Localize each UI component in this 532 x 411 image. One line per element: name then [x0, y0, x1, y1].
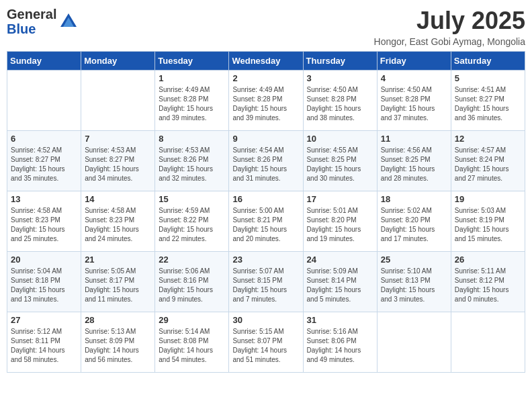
day-number: 5	[455, 73, 521, 83]
day-number: 28	[85, 315, 151, 325]
weekday-header-thursday: Thursday	[303, 52, 377, 71]
logo-general-text: General	[7, 7, 56, 21]
logo-icon	[59, 12, 78, 31]
day-number: 19	[455, 194, 521, 204]
day-number: 1	[159, 73, 225, 83]
day-number: 31	[307, 315, 373, 325]
day-info: Sunrise: 5:16 AMSunset: 8:06 PMDaylight:…	[307, 327, 373, 365]
day-number: 21	[85, 255, 151, 265]
day-info: Sunrise: 4:53 AMSunset: 8:26 PMDaylight:…	[159, 146, 225, 183]
day-info: Sunrise: 4:50 AMSunset: 8:28 PMDaylight:…	[381, 85, 447, 123]
day-number: 12	[455, 134, 521, 144]
calendar-cell: 6Sunrise: 4:52 AMSunset: 8:27 PMDaylight…	[7, 131, 81, 191]
day-number: 18	[381, 194, 447, 204]
day-info: Sunrise: 5:07 AMSunset: 8:15 PMDaylight:…	[232, 267, 299, 304]
calendar-cell	[451, 312, 525, 373]
calendar-cell: 14Sunrise: 4:58 AMSunset: 8:23 PMDayligh…	[81, 191, 155, 252]
weekday-header-wednesday: Wednesday	[229, 52, 303, 71]
day-number: 25	[381, 255, 447, 265]
logo-blue-text: Blue	[7, 21, 56, 36]
day-number: 20	[11, 255, 77, 265]
calendar-cell: 24Sunrise: 5:09 AMSunset: 8:14 PMDayligh…	[303, 252, 377, 312]
weekday-header-sunday: Sunday	[7, 52, 81, 71]
day-info: Sunrise: 5:01 AMSunset: 8:20 PMDaylight:…	[307, 206, 373, 244]
day-info: Sunrise: 4:54 AMSunset: 8:26 PMDaylight:…	[232, 146, 299, 183]
day-number: 15	[159, 194, 225, 204]
day-info: Sunrise: 5:06 AMSunset: 8:16 PMDaylight:…	[159, 267, 225, 304]
day-number: 8	[159, 134, 225, 144]
day-info: Sunrise: 4:49 AMSunset: 8:28 PMDaylight:…	[159, 85, 225, 123]
calendar-cell: 20Sunrise: 5:04 AMSunset: 8:18 PMDayligh…	[7, 252, 81, 312]
calendar-cell: 2Sunrise: 4:49 AMSunset: 8:28 PMDaylight…	[229, 71, 303, 131]
calendar-cell: 10Sunrise: 4:55 AMSunset: 8:25 PMDayligh…	[303, 131, 377, 191]
title-area: July 2025 Hongor, East Gobi Aymag, Mongo…	[374, 7, 525, 47]
day-number: 2	[232, 73, 299, 83]
weekday-header-monday: Monday	[81, 52, 155, 71]
day-number: 26	[455, 255, 521, 265]
calendar-cell: 29Sunrise: 5:14 AMSunset: 8:08 PMDayligh…	[155, 312, 229, 373]
day-number: 24	[307, 255, 373, 265]
calendar-cell: 1Sunrise: 4:49 AMSunset: 8:28 PMDaylight…	[155, 71, 229, 131]
day-number: 14	[85, 194, 151, 204]
calendar-week-row: 6Sunrise: 4:52 AMSunset: 8:27 PMDaylight…	[7, 131, 525, 191]
day-info: Sunrise: 4:52 AMSunset: 8:27 PMDaylight:…	[11, 146, 77, 183]
day-number: 7	[85, 134, 151, 144]
calendar-body: 1Sunrise: 4:49 AMSunset: 8:28 PMDaylight…	[7, 71, 525, 373]
calendar-cell	[81, 71, 155, 131]
calendar-cell: 11Sunrise: 4:56 AMSunset: 8:25 PMDayligh…	[377, 131, 451, 191]
day-info: Sunrise: 5:02 AMSunset: 8:20 PMDaylight:…	[381, 206, 447, 244]
calendar-cell: 7Sunrise: 4:53 AMSunset: 8:27 PMDaylight…	[81, 131, 155, 191]
day-info: Sunrise: 5:12 AMSunset: 8:11 PMDaylight:…	[11, 327, 77, 365]
calendar-cell: 26Sunrise: 5:11 AMSunset: 8:12 PMDayligh…	[451, 252, 525, 312]
calendar-cell: 31Sunrise: 5:16 AMSunset: 8:06 PMDayligh…	[303, 312, 377, 373]
day-number: 16	[232, 194, 299, 204]
calendar-cell: 13Sunrise: 4:58 AMSunset: 8:23 PMDayligh…	[7, 191, 81, 252]
day-info: Sunrise: 4:51 AMSunset: 8:27 PMDaylight:…	[455, 85, 521, 123]
day-number: 22	[159, 255, 225, 265]
calendar-cell: 4Sunrise: 4:50 AMSunset: 8:28 PMDaylight…	[377, 71, 451, 131]
calendar-cell: 3Sunrise: 4:50 AMSunset: 8:28 PMDaylight…	[303, 71, 377, 131]
day-info: Sunrise: 4:53 AMSunset: 8:27 PMDaylight:…	[85, 146, 151, 183]
calendar-cell: 12Sunrise: 4:57 AMSunset: 8:24 PMDayligh…	[451, 131, 525, 191]
day-info: Sunrise: 5:05 AMSunset: 8:17 PMDaylight:…	[85, 267, 151, 304]
day-info: Sunrise: 5:11 AMSunset: 8:12 PMDaylight:…	[455, 267, 521, 304]
weekday-header-row: SundayMondayTuesdayWednesdayThursdayFrid…	[7, 52, 525, 71]
calendar-cell: 8Sunrise: 4:53 AMSunset: 8:26 PMDaylight…	[155, 131, 229, 191]
calendar-cell: 22Sunrise: 5:06 AMSunset: 8:16 PMDayligh…	[155, 252, 229, 312]
day-number: 30	[232, 315, 299, 325]
day-number: 27	[11, 315, 77, 325]
calendar-cell: 28Sunrise: 5:13 AMSunset: 8:09 PMDayligh…	[81, 312, 155, 373]
day-info: Sunrise: 5:15 AMSunset: 8:07 PMDaylight:…	[232, 327, 299, 365]
weekday-header-saturday: Saturday	[451, 52, 525, 71]
day-info: Sunrise: 4:58 AMSunset: 8:23 PMDaylight:…	[11, 206, 77, 244]
day-number: 6	[11, 134, 77, 144]
calendar-header: SundayMondayTuesdayWednesdayThursdayFrid…	[7, 52, 525, 71]
day-number: 13	[11, 194, 77, 204]
day-number: 10	[307, 134, 373, 144]
calendar-cell: 5Sunrise: 4:51 AMSunset: 8:27 PMDaylight…	[451, 71, 525, 131]
day-info: Sunrise: 5:10 AMSunset: 8:13 PMDaylight:…	[381, 267, 447, 304]
page-header: General Blue July 2025 Hongor, East Gobi…	[7, 7, 525, 47]
day-number: 4	[381, 73, 447, 83]
calendar-cell: 19Sunrise: 5:03 AMSunset: 8:19 PMDayligh…	[451, 191, 525, 252]
calendar-cell: 16Sunrise: 5:00 AMSunset: 8:21 PMDayligh…	[229, 191, 303, 252]
day-info: Sunrise: 5:14 AMSunset: 8:08 PMDaylight:…	[159, 327, 225, 365]
calendar-cell: 15Sunrise: 4:59 AMSunset: 8:22 PMDayligh…	[155, 191, 229, 252]
calendar-cell	[7, 71, 81, 131]
day-info: Sunrise: 4:57 AMSunset: 8:24 PMDaylight:…	[455, 146, 521, 183]
calendar-cell: 23Sunrise: 5:07 AMSunset: 8:15 PMDayligh…	[229, 252, 303, 312]
day-number: 23	[232, 255, 299, 265]
day-number: 9	[232, 134, 299, 144]
calendar-cell: 25Sunrise: 5:10 AMSunset: 8:13 PMDayligh…	[377, 252, 451, 312]
calendar-cell: 18Sunrise: 5:02 AMSunset: 8:20 PMDayligh…	[377, 191, 451, 252]
calendar-cell: 21Sunrise: 5:05 AMSunset: 8:17 PMDayligh…	[81, 252, 155, 312]
month-year-title: July 2025	[374, 7, 525, 35]
logo: General Blue	[7, 7, 78, 36]
day-number: 17	[307, 194, 373, 204]
day-number: 3	[307, 73, 373, 83]
weekday-header-friday: Friday	[377, 52, 451, 71]
calendar-cell: 17Sunrise: 5:01 AMSunset: 8:20 PMDayligh…	[303, 191, 377, 252]
day-info: Sunrise: 4:59 AMSunset: 8:22 PMDaylight:…	[159, 206, 225, 244]
calendar-cell: 9Sunrise: 4:54 AMSunset: 8:26 PMDaylight…	[229, 131, 303, 191]
day-info: Sunrise: 4:50 AMSunset: 8:28 PMDaylight:…	[307, 85, 373, 123]
